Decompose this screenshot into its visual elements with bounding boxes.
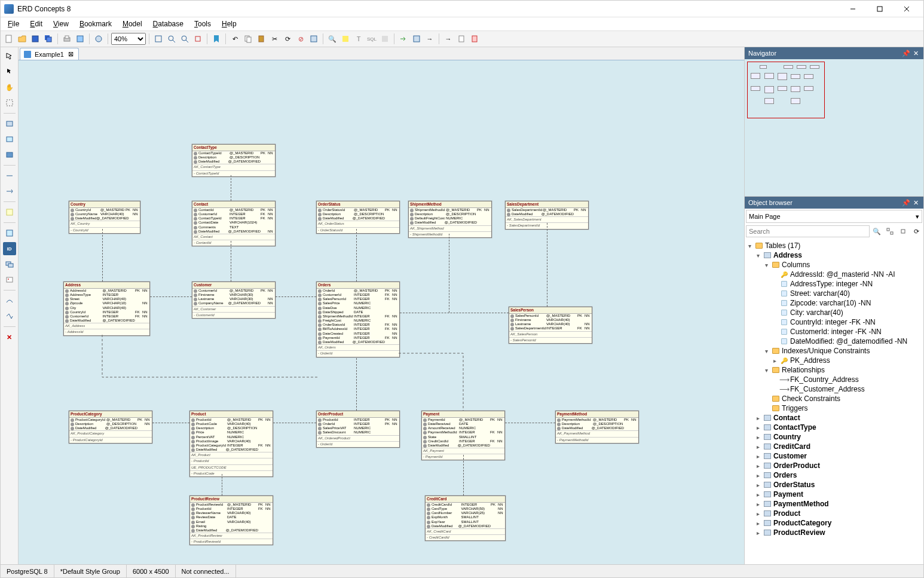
tree-column[interactable]: Street: varchar(40) [746,289,922,298]
zoomout-icon[interactable] [179,33,191,45]
connector-icon[interactable] [3,310,16,323]
new-icon[interactable] [3,33,15,45]
select-icon[interactable] [3,65,16,78]
relationship-line[interactable] [276,296,316,297]
rel-one-icon[interactable] [3,169,16,182]
cut-icon[interactable]: ✂ [268,33,280,45]
paste-icon[interactable] [255,33,267,45]
tree-table-customer[interactable]: ▸Customer [746,451,922,461]
preview-icon[interactable] [74,33,86,45]
relationship-line[interactable] [273,423,316,423]
tree-tables[interactable]: ▾Tables (17) [746,241,922,250]
zoom-select[interactable]: 40% [111,33,146,45]
tree-column[interactable]: AddressType: integer -NN [746,279,922,289]
navigator-overview[interactable] [745,59,923,197]
pin-icon[interactable]: 📌 [902,49,910,57]
tree-column[interactable]: City: varchar(40) [746,308,922,317]
menu-model[interactable]: Model [118,19,147,29]
tree-column[interactable]: 🔑AddressId: @d_masterid -NN -AI [746,270,922,279]
connect-icon[interactable] [93,33,105,45]
pin-icon[interactable]: 📌 [902,198,910,207]
menu-help[interactable]: Help [217,19,241,29]
erd-table-productreview[interactable]: ProductReviewProductReviewId@_MASTERIDPK… [189,496,273,545]
expand-all-icon[interactable] [884,225,896,237]
open-icon[interactable] [16,33,28,45]
maximize-button[interactable] [866,1,893,17]
pdf-icon[interactable] [469,33,481,45]
tree-triggers[interactable]: Triggers [746,403,922,413]
save-icon[interactable] [29,33,41,45]
delete-icon[interactable]: ✕ [3,331,16,344]
relationship-line[interactable] [222,474,222,496]
relationship-line[interactable] [231,175,231,201]
script-icon[interactable] [379,33,391,45]
erd-table-country[interactable]: CountryCountryId@_MASTERIDPKNNCountryNam… [69,201,140,234]
marquee-icon[interactable] [3,96,16,109]
zoomfit-icon[interactable] [152,33,164,45]
print-icon[interactable] [61,33,73,45]
report-icon[interactable] [455,33,467,45]
erd-table-product[interactable]: ProductProductId@_MASTERIDPKNNProductCod… [189,411,273,477]
view-icon[interactable] [3,133,16,146]
erd-table-customer[interactable]: CustomerCustomerId@_MASTERIDPKNNFirstnam… [192,282,276,319]
tree-relationship[interactable]: ⟶FK_Country_Address [746,375,922,384]
tree-table-creditcard[interactable]: ▸CreditCard [746,442,922,451]
menu-edit[interactable]: Edit [25,19,47,29]
generate-icon[interactable]: → [424,33,436,45]
search-icon[interactable]: 🔍 [871,225,883,237]
export-icon[interactable] [411,33,423,45]
pointer-icon[interactable] [3,50,16,63]
tree-table-paymentmethod[interactable]: ▸PaymentMethod [746,499,922,509]
tree-column[interactable]: DateModified: @d_datemodified -NN [746,337,922,346]
erd-table-contacttype[interactable]: ContactTypeContactTypeId@_MASTERIDPKNNDe… [192,144,276,177]
menu-bookmark[interactable]: Bookmark [75,19,117,29]
validate-icon[interactable]: ⊘ [295,33,307,45]
zoomin-icon[interactable] [166,33,178,45]
table-icon[interactable] [308,33,320,45]
close-button[interactable] [893,1,920,17]
menu-database[interactable]: Database [148,19,188,29]
erd-table-salesperson[interactable]: SalesPersonSalesPersonId@_MASTERIDPKNNFi… [509,307,592,344]
saveall-icon[interactable] [42,33,54,45]
text-icon[interactable]: T [353,33,365,45]
tree-table-orders[interactable]: ▸Orders [746,470,922,480]
erd-table-payment[interactable]: PaymentPaymentId@_MASTERIDPKNNDateReceiv… [421,411,505,460]
erd-table-address[interactable]: AddressAddressId@_MASTERIDPKNNAddressTyp… [63,282,150,336]
tree-columns[interactable]: ▾Columns [746,260,922,270]
page-selector[interactable]: Main Page ▾ [746,210,922,223]
tree-table-productreview[interactable]: ▸ProductReview [746,528,922,537]
refresh-icon[interactable]: ⟳ [282,33,293,45]
relationship-line[interactable] [400,313,509,313]
search-input[interactable] [746,225,870,237]
find-icon[interactable]: 🔍 [326,33,338,45]
erd-table-productcategory[interactable]: ProductCategoryProductCategoryId@_MASTER… [69,411,152,444]
relationship-line[interactable] [152,423,189,423]
tree-table-contact[interactable]: ▸Contact [746,413,922,423]
image-icon[interactable] [3,273,16,286]
note-icon[interactable] [3,206,16,219]
id-icon[interactable]: ID [3,242,16,255]
relationship-line[interactable] [356,229,357,282]
highlight-icon[interactable] [339,33,351,45]
menu-view[interactable]: View [48,19,74,29]
erd-table-orderproduct[interactable]: OrderProductProductIdINTEGERPKNNOrderIdI… [316,411,400,448]
erd-table-contact[interactable]: ContactContactId@_MASTERIDPKNNCustomerId… [192,201,276,246]
panel-close-icon[interactable]: ✕ [911,198,920,207]
panel-close-icon[interactable]: ✕ [911,49,920,57]
tree-checks[interactable]: Check Constraints [746,394,922,403]
relationship-line[interactable] [356,358,357,411]
relationship-line[interactable] [449,234,449,313]
tree-table-orderstatus[interactable]: ▸OrderStatus [746,480,922,490]
relationship-line[interactable] [505,423,555,423]
layer-icon[interactable] [3,258,16,271]
relationship-line[interactable] [150,296,192,297]
diagram-canvas[interactable]: ContactTypeContactTypeId@_MASTERIDPKNNDe… [19,60,744,564]
object-tree[interactable]: ▾Tables (17)▾Address▾Columns🔑AddressId: … [745,240,923,564]
relationship-line[interactable] [547,223,547,307]
refresh-tree-icon[interactable]: ⟳ [910,225,922,237]
tree-table-payment[interactable]: ▸Payment [746,490,922,499]
tree-column[interactable]: CustomerId: integer -FK -NN [746,327,922,337]
zoomregion-icon[interactable] [192,33,204,45]
undo-icon[interactable]: ↶ [229,33,241,45]
menu-file[interactable]: File [3,19,24,29]
